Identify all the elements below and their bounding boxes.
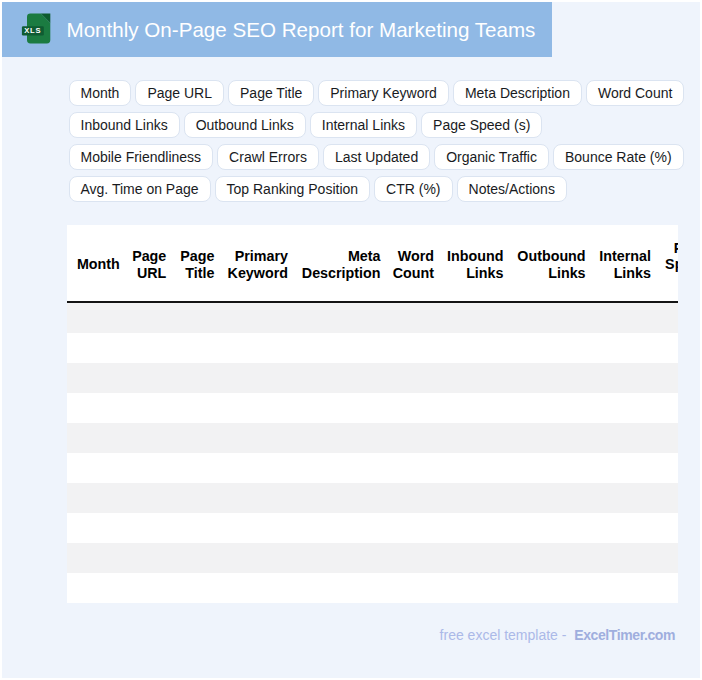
svg-text:XLS: XLS bbox=[24, 26, 41, 35]
